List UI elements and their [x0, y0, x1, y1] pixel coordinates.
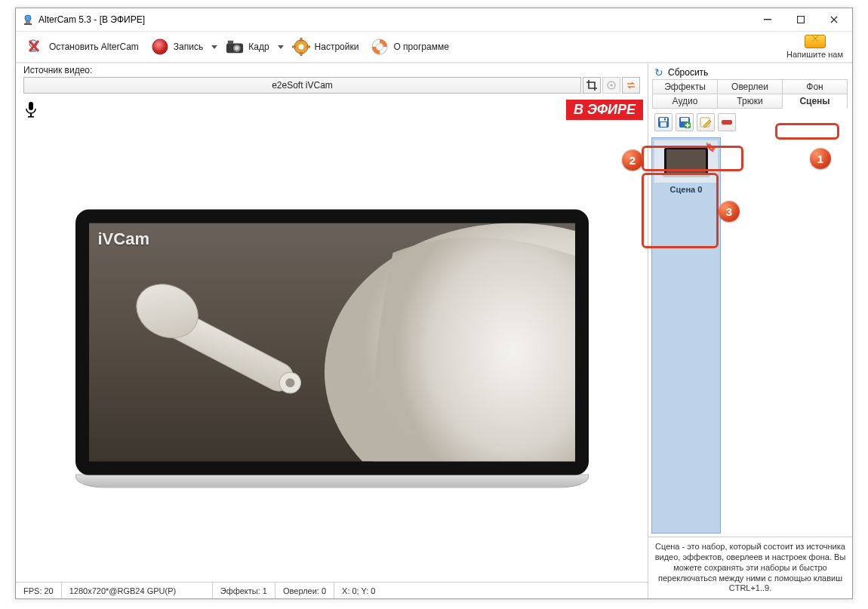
- gear-icon: [292, 38, 310, 56]
- svg-rect-39: [722, 120, 732, 125]
- video-source-row: e2eSoft iVCam: [16, 77, 648, 97]
- svg-rect-16: [292, 46, 295, 48]
- scene-delete-button[interactable]: [718, 113, 736, 131]
- callout-badge-2: 2: [622, 149, 643, 171]
- camera-icon: [226, 38, 244, 56]
- svg-point-7: [152, 39, 168, 54]
- lifebuoy-icon: [371, 38, 389, 56]
- scene-edit-button[interactable]: [697, 113, 715, 131]
- status-overlays: Оверлеи: 0: [275, 583, 334, 598]
- svg-point-19: [377, 44, 383, 51]
- status-effects: Эффекты: 1: [213, 583, 275, 598]
- mail-icon: [805, 35, 826, 48]
- scene-toolbar: [648, 109, 852, 134]
- frame-button[interactable]: Кадр: [220, 33, 275, 60]
- add-icon: [679, 116, 691, 128]
- scenes-list: 🔖 Сцена 0: [648, 134, 852, 537]
- svg-rect-2: [24, 23, 32, 25]
- svg-rect-17: [307, 46, 310, 48]
- tab-scenes[interactable]: Сцены: [782, 94, 848, 109]
- settings-button[interactable]: Настройки: [286, 33, 365, 60]
- svg-point-13: [298, 45, 303, 50]
- scene-name-label: Сцена 0: [670, 185, 703, 194]
- svg-rect-22: [29, 102, 33, 110]
- svg-rect-23: [30, 113, 32, 116]
- svg-point-21: [610, 84, 613, 87]
- live-badge: В ЭФИРЕ: [566, 100, 643, 120]
- main-toolbar: Остановить AlterCam Запись Кадр Настройк…: [16, 31, 852, 63]
- tab-overlays[interactable]: Оверлеи: [717, 79, 783, 94]
- reset-label: Сбросить: [668, 67, 708, 78]
- callout-badge-3: 3: [719, 201, 740, 222]
- tab-background[interactable]: Фон: [782, 79, 848, 94]
- record-button[interactable]: Запись: [145, 33, 209, 60]
- tab-audio[interactable]: Аудио: [652, 94, 718, 109]
- stop-icon: [26, 38, 45, 56]
- settings-label: Настройки: [315, 42, 359, 52]
- edit-icon: [700, 116, 712, 128]
- about-label: О программе: [393, 42, 448, 52]
- gear-small-icon: [606, 80, 617, 91]
- delete-icon: [721, 118, 733, 126]
- svg-rect-32: [660, 118, 667, 121]
- write-us-button[interactable]: Напишите нам: [782, 33, 848, 60]
- svg-rect-15: [300, 53, 302, 56]
- scene-add-button[interactable]: [676, 113, 694, 131]
- reset-button[interactable]: ↻ Сбросить: [648, 63, 852, 80]
- record-dropdown[interactable]: [209, 33, 220, 60]
- microphone-icon[interactable]: [25, 101, 37, 118]
- app-body: Источник видео: e2eSoft iVCam: [16, 63, 852, 598]
- status-mode: 1280x720*@RGB24 GPU(P): [62, 583, 213, 598]
- video-source-value: e2eSoft iVCam: [272, 80, 333, 91]
- sidebar-tabs: Эффекты Оверлеи Фон Аудио Трюки Сцены: [648, 80, 852, 109]
- minimize-button[interactable]: [751, 9, 784, 30]
- tab-effects[interactable]: Эффекты: [652, 79, 718, 94]
- about-button[interactable]: О программе: [365, 33, 454, 60]
- left-panel: Источник видео: e2eSoft iVCam: [16, 63, 648, 598]
- record-label: Запись: [174, 42, 203, 52]
- right-panel: ↻ Сбросить Эффекты Оверлеи Фон Аудио Трю…: [648, 63, 852, 598]
- tab-tricks[interactable]: Трюки: [717, 94, 783, 109]
- svg-rect-24: [28, 116, 34, 118]
- scene-help-text: Сцена - это набор, который состоит из ис…: [648, 537, 852, 598]
- svg-rect-3: [764, 19, 771, 20]
- svg-rect-11: [228, 41, 233, 45]
- video-source-label: Источник видео:: [16, 63, 648, 77]
- reset-icon: ↻: [654, 66, 663, 78]
- status-fps: FPS: 20: [16, 583, 62, 598]
- maximize-button[interactable]: [784, 9, 817, 30]
- source-settings-button[interactable]: [602, 77, 620, 94]
- svg-rect-14: [300, 38, 302, 41]
- record-icon: [151, 38, 169, 56]
- scene-thumbnail: 🔖: [654, 140, 718, 183]
- crop-button[interactable]: [583, 77, 601, 94]
- crop-icon: [586, 80, 597, 91]
- window-title: AlterCam 5.3 - [В ЭФИРЕ]: [38, 14, 751, 25]
- camera-feed: [89, 223, 575, 462]
- status-bar: FPS: 20 1280x720*@RGB24 GPU(P) Эффекты: …: [16, 582, 648, 598]
- frame-dropdown[interactable]: [275, 33, 286, 60]
- svg-rect-36: [681, 118, 688, 121]
- svg-point-0: [25, 15, 31, 21]
- write-us-label: Напишите нам: [786, 50, 843, 59]
- svg-rect-1: [26, 21, 30, 23]
- stop-altercam-button[interactable]: Остановить AlterCam: [20, 33, 145, 60]
- scene-item-0[interactable]: 🔖 Сцена 0: [651, 137, 721, 534]
- titlebar: AlterCam 5.3 - [В ЭФИРЕ]: [16, 8, 852, 31]
- save-icon: [657, 116, 669, 128]
- video-source-select[interactable]: e2eSoft iVCam: [23, 77, 581, 94]
- svg-rect-33: [660, 122, 666, 127]
- app-icon: [22, 14, 34, 26]
- svg-rect-34: [664, 118, 666, 121]
- app-window: AlterCam 5.3 - [В ЭФИРЕ] Остановить Alte…: [15, 8, 853, 599]
- svg-rect-4: [798, 17, 805, 23]
- frame-label: Кадр: [248, 42, 269, 52]
- status-xy: X: 0; Y: 0: [334, 583, 383, 598]
- stop-altercam-label: Остановить AlterCam: [49, 42, 139, 52]
- callout-badge-1: 1: [810, 148, 831, 169]
- svg-point-10: [235, 46, 239, 51]
- swap-devices-button[interactable]: [622, 77, 640, 94]
- ivcam-watermark: iVCam: [98, 229, 149, 249]
- close-button[interactable]: [817, 9, 851, 30]
- scene-save-button[interactable]: [654, 113, 673, 131]
